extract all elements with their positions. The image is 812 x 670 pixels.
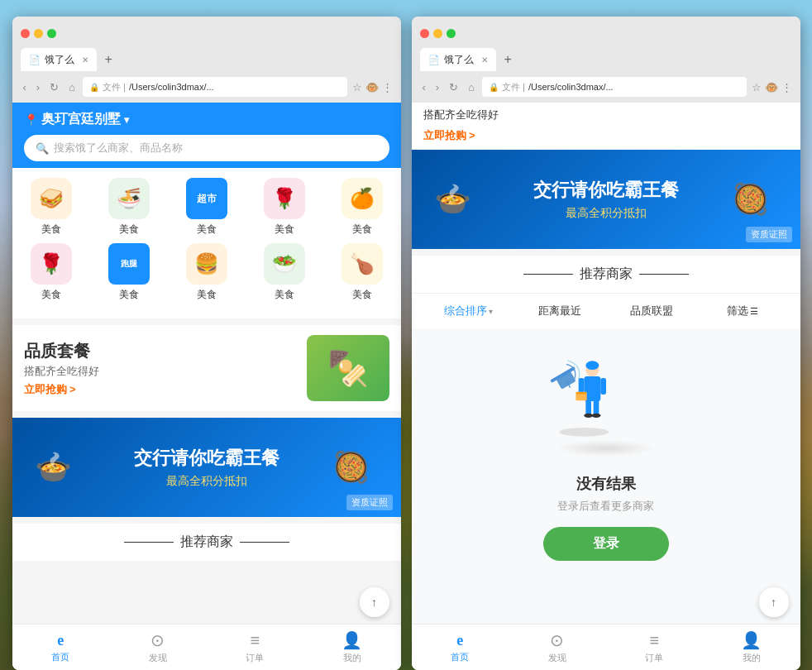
sort-distance-right[interactable]: 距离最近 — [514, 300, 606, 322]
home-button-left[interactable]: ⌂ — [66, 79, 78, 95]
ad-food-left: 🍲 — [12, 418, 95, 517]
browser-window-right: 📄 饿了么 ✕ + ‹ › ↻ ⌂ 🔒 文件 | /Users/colin3dm… — [412, 17, 800, 670]
tab-profile-right[interactable]: 👤 我的 — [703, 625, 800, 670]
line-left-right — [523, 274, 573, 275]
tab-discover-left[interactable]: ⊙ 发现 — [109, 625, 207, 670]
tab-close-right[interactable]: ✕ — [481, 55, 488, 65]
tab-orders-label-left: 订单 — [246, 652, 264, 664]
right-cta-text[interactable]: 立即抢购 > — [423, 129, 475, 141]
forward-button-right[interactable]: › — [433, 79, 442, 95]
scroll-wrapper-left: ↑ — [12, 587, 401, 624]
category-item-3[interactable]: 超市 美食 — [174, 178, 240, 237]
recommended-header-right: 推荐商家 — [412, 256, 800, 293]
category-label-6: 美食 — [41, 288, 61, 302]
ad-banner-right[interactable]: 🍲 交行请你吃霸王餐 最高全积分抵扣 🥘 资质证照 — [412, 150, 800, 249]
ad-banner-left[interactable]: 🍲 交行请你吃霸王餐 最高全积分抵扣 🥘 资质证照 — [12, 418, 401, 517]
sort-comprehensive-right[interactable]: 综合排序 ▾ — [423, 300, 515, 322]
tab-home-right[interactable]: e 首页 — [412, 625, 509, 670]
address-input-left[interactable]: 🔒 文件 | /Users/colin3dmax/... — [83, 77, 346, 97]
forward-button-left[interactable]: › — [34, 79, 42, 95]
home-icon-right: e — [456, 632, 463, 649]
banner-subtitle: 搭配齐全吃得好 — [24, 364, 99, 379]
search-bar[interactable]: 🔍 搜索饿了么商家、商品名称 — [24, 135, 389, 161]
browser-tab-left[interactable]: 📄 饿了么 ✕ — [21, 48, 97, 71]
category-item-5[interactable]: 🍊 美食 — [329, 178, 395, 237]
banner-cta[interactable]: 立即抢购 > — [24, 382, 99, 397]
category-item-1[interactable]: 🥪 美食 — [18, 178, 84, 237]
svg-point-5 — [585, 361, 599, 370]
empty-title: 没有结果 — [576, 474, 636, 494]
tab-orders-right[interactable]: ≡ 订单 — [606, 625, 704, 670]
category-row-2: 🌹 美食 跑腿 美食 🍔 美食 🥗 美食 — [12, 243, 401, 302]
ad-badge-left: 资质证照 — [346, 495, 393, 510]
maximize-button-right[interactable] — [447, 29, 456, 38]
back-button-left[interactable]: ‹ — [21, 79, 29, 95]
category-item-10[interactable]: 🍗 美食 — [329, 243, 395, 302]
star-icon-right[interactable]: ☆ — [752, 81, 762, 93]
category-icon-4: 🌹 — [264, 178, 305, 219]
category-item-9[interactable]: 🥗 美食 — [251, 243, 318, 302]
scroll-btn-wrap-right: ↑ — [412, 587, 800, 624]
menu-icon-left[interactable]: ⋮ — [382, 81, 393, 93]
category-label-7: 美食 — [119, 288, 139, 302]
star-icon-left[interactable]: ☆ — [352, 81, 362, 93]
minimize-button-left[interactable] — [34, 29, 43, 38]
account-icon-right[interactable]: 🐵 — [765, 81, 778, 93]
scroll-up-button-left[interactable]: ↑ — [360, 587, 389, 617]
category-item-4[interactable]: 🌹 美食 — [251, 178, 318, 237]
tab-orders-left[interactable]: ≡ 订单 — [207, 625, 304, 670]
new-tab-button-left[interactable]: + — [100, 50, 117, 69]
reload-button-right[interactable]: ↻ — [447, 79, 461, 95]
location-bar[interactable]: 📍 奥玎宫廷别墅 ▾ — [24, 111, 389, 128]
recommended-title-left: 推荐商家 — [22, 534, 391, 551]
banner-content: 品质套餐 搭配齐全吃得好 立即抢购 > 🍢 — [24, 335, 389, 401]
tab-close-left[interactable]: ✕ — [82, 55, 88, 65]
close-button-right[interactable] — [420, 29, 429, 38]
tab-home-label-right: 首页 — [451, 651, 469, 663]
sort-qual-label-right: 品质联盟 — [630, 304, 673, 318]
ad-subtitle-right: 最高全积分抵扣 — [533, 206, 679, 221]
sort-filter-right[interactable]: 筛选 ☰ — [697, 300, 789, 322]
reload-button-left[interactable]: ↻ — [47, 79, 61, 95]
category-grid: 🥪 美食 🍜 美食 超市 美食 🌹 美食 — [12, 168, 401, 318]
menu-icon-right[interactable]: ⋮ — [781, 81, 792, 93]
tab-profile-left[interactable]: 👤 我的 — [303, 625, 401, 670]
browser-chrome-left: 📄 饿了么 ✕ + ‹ › ↻ ⌂ 🔒 文件 | /Users/colin3dm… — [12, 17, 401, 103]
tab-discover-right[interactable]: ⊙ 发现 — [509, 625, 606, 670]
home-button-right[interactable]: ⌂ — [466, 79, 477, 95]
category-label-2: 美食 — [119, 223, 139, 237]
sort-quality-right[interactable]: 品质联盟 — [606, 300, 698, 322]
category-label-10: 美食 — [352, 288, 372, 302]
tab-title-left: 饿了么 — [45, 53, 74, 67]
category-item-2[interactable]: 🍜 美食 — [96, 178, 162, 237]
browser-tab-right[interactable]: 📄 饿了么 ✕ — [420, 48, 496, 71]
content-spacer-left — [12, 561, 401, 587]
tab-orders-label-right: 订单 — [645, 652, 663, 664]
login-button[interactable]: 登录 — [543, 527, 669, 561]
category-label-4: 美食 — [275, 223, 294, 237]
sort-filt-label-right: 筛选 — [727, 304, 748, 318]
line-left — [124, 542, 174, 543]
line-right-right — [639, 274, 689, 275]
tab-favicon-right: 📄 — [428, 55, 440, 65]
orders-icon-left: ≡ — [250, 631, 260, 650]
scroll-up-button-right[interactable]: ↑ — [759, 587, 789, 617]
category-icon-7: 跑腿 — [108, 243, 150, 285]
minimize-button-right[interactable] — [433, 29, 442, 38]
maximize-button-left[interactable] — [47, 29, 56, 38]
tab-bar-right: 📄 饿了么 ✕ + — [412, 46, 800, 73]
close-button-left[interactable] — [21, 29, 30, 38]
new-tab-button-right[interactable]: + — [499, 50, 517, 69]
category-item-8[interactable]: 🍔 美食 — [174, 243, 240, 302]
right-cta-wrap: 立即抢购 > — [412, 127, 800, 150]
category-item-6[interactable]: 🌹 美食 — [18, 243, 84, 302]
address-input-right[interactable]: 🔒 文件 | /Users/colin3dmax/... — [482, 77, 746, 97]
tab-home-left[interactable]: e 首页 — [12, 625, 110, 670]
traffic-lights-left — [21, 29, 56, 38]
tab-title-right: 饿了么 — [444, 53, 474, 67]
empty-state: 没有结果 登录后查看更多商家 登录 — [412, 328, 800, 587]
account-icon-left[interactable]: 🐵 — [365, 81, 379, 93]
ad-banner-text-left: 交行请你吃霸王餐 最高全积分抵扣 — [134, 446, 279, 489]
category-item-7[interactable]: 跑腿 美食 — [96, 243, 162, 302]
back-button-right[interactable]: ‹ — [420, 79, 428, 95]
